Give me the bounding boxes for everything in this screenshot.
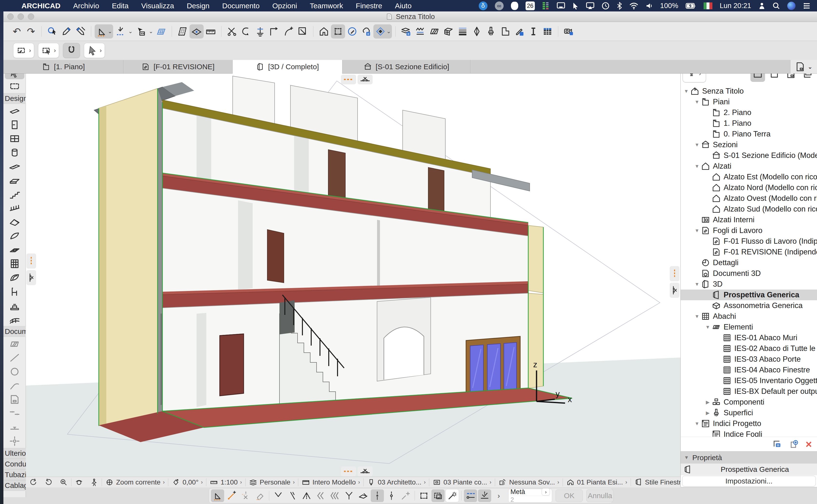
find-select-button[interactable] [45, 24, 59, 39]
minimize-window-button[interactable] [18, 13, 24, 20]
tree-item-senza-titolo[interactable]: ▼Senza Titolo [681, 86, 817, 97]
magnet-button[interactable] [63, 43, 80, 58]
tool-slab[interactable] [5, 173, 24, 187]
erase-snap-button[interactable] [239, 489, 252, 502]
tab--3d-completo-[interactable]: [3D / Completo] [233, 60, 342, 74]
trace-reference-button[interactable] [175, 24, 189, 39]
adjust-button[interactable] [239, 24, 253, 39]
toolbox-section-condutt[interactable]: Condutt [3, 459, 26, 469]
delete-icon[interactable]: × [806, 439, 812, 450]
tool-skylight[interactable] [5, 243, 24, 257]
zoom-window-button[interactable] [28, 13, 34, 20]
guide-line-handle[interactable] [26, 253, 36, 269]
creative-cloud-icon[interactable]: ∞ [495, 1, 504, 10]
close-window-button[interactable] [7, 13, 14, 20]
snap-vertex-button[interactable] [272, 489, 285, 502]
snap-plus-button[interactable] [399, 489, 412, 502]
surfaces-paint-button[interactable] [484, 24, 498, 39]
calendar-icon[interactable]: 26 [526, 1, 535, 10]
tool-door[interactable] [5, 118, 24, 132]
tool-polyline[interactable] [5, 378, 24, 392]
menu-item-documento[interactable]: Documento [216, 2, 266, 10]
marquee-plan-button[interactable]: › [13, 43, 34, 58]
tree-expand-arrow[interactable]: ▼ [693, 164, 701, 169]
section-cut-handle[interactable] [357, 75, 372, 84]
tree-item-f-01-revisione-indipendente-[interactable]: F-01 REVISIONE (Indipendente) [681, 247, 817, 257]
ruler-button[interactable] [204, 24, 218, 39]
survey-point-button[interactable] [253, 24, 267, 39]
viewport-3d[interactable]: z y x [26, 74, 680, 477]
tree-item-alzato-ovest-modello-con-ricostruzione-a[interactable]: Alzato Ovest (Modello con ricostruzione … [681, 193, 817, 204]
3d-model[interactable]: z y x [26, 74, 680, 477]
split-button[interactable] [225, 24, 239, 39]
tool-zone[interactable] [5, 298, 24, 312]
transform-button[interactable] [331, 24, 345, 39]
draw-order-button[interactable] [345, 24, 359, 39]
line-weight-button[interactable] [456, 24, 470, 39]
snap-guides-button[interactable] [113, 24, 127, 39]
text-styles-button[interactable] [526, 24, 541, 39]
tool-marquee[interactable] [5, 79, 24, 93]
shape-status-icon[interactable] [511, 2, 518, 10]
guide-line-handle[interactable] [670, 266, 680, 281]
tree-item-sezioni[interactable]: ▼Sezioni [681, 139, 817, 150]
tree-item-1-piano[interactable]: 1. Piano [681, 118, 817, 129]
angle-selector[interactable]: 0,00°› [168, 477, 206, 488]
editing-plane-button[interactable] [189, 24, 204, 39]
tree-item-ies-02-abaco-di-tutte-le-aperture[interactable]: IES-02 Abaco di Tutte le Aperture [681, 343, 817, 354]
view-settings-icon[interactable] [771, 439, 782, 450]
menu-item-visualizza[interactable]: Visualizza [135, 2, 180, 10]
corner-button[interactable] [267, 24, 281, 39]
snap-bisector-button[interactable] [300, 489, 313, 502]
snap-toggle-button[interactable] [478, 489, 491, 502]
model-filter-selector[interactable]: Intero Modello› [298, 477, 363, 488]
menu-item-finestre[interactable]: Finestre [349, 2, 388, 10]
snap-parallel-button[interactable] [286, 489, 299, 502]
layers-selector[interactable]: Personale› [245, 477, 298, 488]
tree-item-ies-01-abaco-muri[interactable]: IES-01 Abaco Muri [681, 332, 817, 343]
marquee-pointer-button[interactable]: › [38, 43, 59, 58]
delta-status-icon[interactable]: δ [479, 1, 488, 10]
tree-expand-arrow[interactable]: ▼ [704, 324, 711, 330]
tree-item-indici-progetto[interactable]: ▼Indici Progetto [681, 418, 817, 429]
renovation-selector[interactable]: 01 Pianta Esi...› [563, 477, 631, 488]
menu-clock[interactable]: Lun 20:21 [720, 2, 751, 10]
tree-item-documenti-3d[interactable]: Documenti 3D [681, 268, 817, 279]
pick-up-parameters-button[interactable] [59, 24, 73, 39]
tree-expand-arrow[interactable]: ▼ [693, 142, 701, 148]
tree-item-2-piano[interactable]: 2. Piano [681, 107, 817, 118]
airplay-icon[interactable] [586, 2, 594, 10]
zoom-in-button[interactable] [56, 477, 71, 488]
tree-item-alzati[interactable]: ▼Alzati [681, 161, 817, 172]
tool-drawing[interactable] [5, 392, 24, 406]
guide-line-handle[interactable] [341, 75, 356, 84]
navigator-toggle-button[interactable]: ⌄ [790, 60, 817, 73]
fills-button[interactable] [427, 24, 442, 39]
menu-item-edita[interactable]: Edita [106, 2, 135, 10]
ok-button[interactable]: OK [556, 489, 583, 502]
bluetooth-icon[interactable] [617, 2, 622, 10]
tool-roof[interactable] [5, 215, 24, 229]
volume-icon[interactable] [646, 2, 653, 10]
tool-stair[interactable] [5, 187, 24, 201]
tool-morph[interactable] [5, 271, 24, 284]
pens-button[interactable] [470, 24, 484, 39]
chevron-down-icon[interactable]: ⌄ [385, 24, 392, 39]
chevron-down-icon[interactable]: ⌄ [127, 24, 134, 39]
tree-item-ies-05-inventario-oggetti[interactable]: IES-05 Inventario Oggetti [681, 375, 817, 386]
tree-item-0-piano-terra[interactable]: 0. Piano Terra [681, 129, 817, 139]
guide-setsquare-button[interactable] [211, 489, 224, 502]
building-materials-button[interactable] [442, 24, 456, 39]
resize-button[interactable] [295, 24, 310, 39]
eraser-button[interactable] [253, 489, 266, 502]
tool-level-dimension[interactable] [5, 420, 24, 434]
battery-icon[interactable] [686, 3, 696, 9]
more-button[interactable]: › [492, 489, 505, 502]
chevron-down-icon[interactable]: ⌄ [148, 24, 154, 39]
redo-button[interactable]: ↷ [24, 24, 38, 39]
tree-item-indice-fogli[interactable]: Indice Fogli [681, 429, 817, 437]
pen-sets-button[interactable] [512, 24, 526, 39]
section-cut-handle[interactable] [26, 270, 36, 285]
tree-item-prospettiva-generica[interactable]: Prospettiva Generica [681, 290, 817, 300]
cursor-status-icon[interactable] [572, 2, 579, 10]
